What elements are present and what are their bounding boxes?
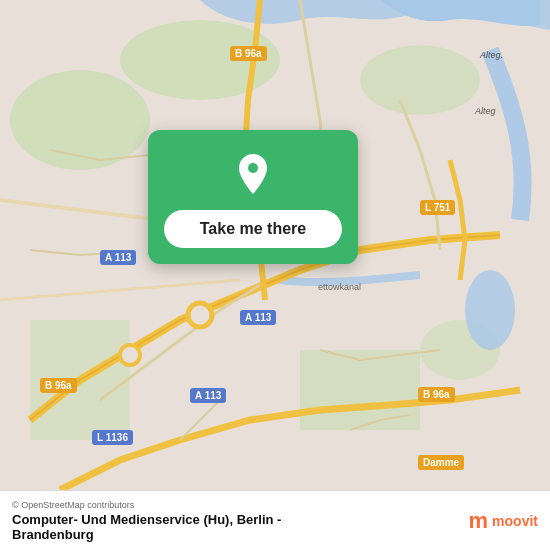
road-label-l751: L 751 [420, 200, 455, 215]
moovit-logo: m moovit [469, 508, 538, 534]
bottom-info: © OpenStreetMap contributors Computer- U… [12, 500, 281, 542]
svg-point-9 [120, 345, 140, 365]
svg-point-7 [465, 270, 515, 350]
road-label-a113-mid: A 113 [240, 310, 276, 325]
road-label-a113-left: A 113 [100, 250, 136, 265]
svg-point-3 [360, 45, 480, 115]
road-label-b96a-top: B 96a [230, 46, 267, 61]
road-label-a113-lower: A 113 [190, 388, 226, 403]
moovit-m-icon: m [469, 508, 489, 534]
road-label-b96a-bottom: Damme [418, 455, 464, 470]
road-label-l1136: B 96a [40, 378, 77, 393]
road-label-b96a-right: B 96a [418, 387, 455, 402]
moovit-wordmark: moovit [492, 513, 538, 529]
svg-rect-4 [300, 350, 420, 430]
bottom-bar: © OpenStreetMap contributors Computer- U… [0, 490, 550, 550]
svg-point-8 [188, 303, 212, 327]
location-pin-icon [229, 150, 277, 198]
ettowkanal-label: ettowkanal [318, 282, 361, 292]
card-overlay: Take me there [148, 130, 358, 264]
osm-attribution: © OpenStreetMap contributors [12, 500, 281, 510]
road-label-a113-bottom: L 1136 [92, 430, 133, 445]
map-container: B 96a L 751 A 113 A 113 A 113 L 1136 B 9… [0, 0, 550, 490]
svg-point-10 [248, 163, 258, 173]
location-name: Computer- Und Medienservice (Hu), Berlin… [12, 512, 281, 527]
take-me-there-button[interactable]: Take me there [164, 210, 342, 248]
alteg-label: Alteg. [480, 50, 503, 60]
location-name2: Brandenburg [12, 527, 281, 542]
damme-label: Alteg [475, 106, 496, 116]
